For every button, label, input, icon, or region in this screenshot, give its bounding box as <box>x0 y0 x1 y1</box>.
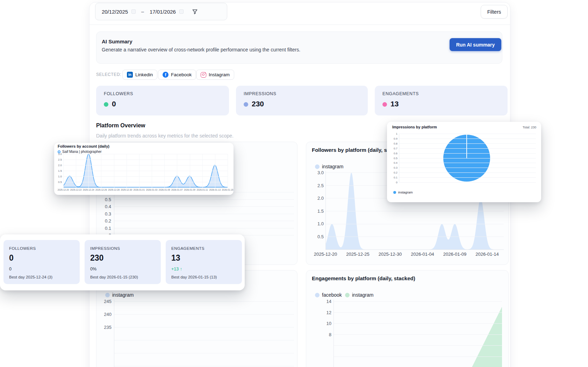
gridline <box>127 154 127 188</box>
gridline <box>114 314 294 315</box>
kpi-label: FOLLOWERS <box>104 91 133 96</box>
summary-card-value: 0 <box>9 253 14 263</box>
tick-label: 1.0 <box>308 221 324 226</box>
gridline <box>63 165 228 165</box>
tick-label: 3.0 <box>308 170 324 175</box>
gridline <box>399 172 536 173</box>
summary-card-delta: +13 ↑ <box>171 267 182 271</box>
tick-label: 0.6 <box>388 151 397 155</box>
gridline <box>325 224 504 224</box>
gridline <box>399 148 536 149</box>
summary-card-delta: 0% <box>90 267 96 271</box>
gridline <box>114 366 294 366</box>
tick-label: 2025-12-25 <box>346 252 370 257</box>
gridline <box>228 154 228 188</box>
tick-label: 2026-01-07 <box>171 189 183 191</box>
legend-label: instagram <box>398 190 413 194</box>
tick-label: 2.0 <box>55 164 62 167</box>
gridline <box>76 154 76 188</box>
linkedin-icon: in <box>127 72 133 78</box>
gridline <box>114 214 294 214</box>
gridline <box>399 177 536 178</box>
date-from-value[interactable]: 20/12/2025 <box>102 9 128 15</box>
gridline <box>114 340 294 340</box>
gridline <box>63 154 64 188</box>
summary-popup: FOLLOWERS 0 0 Best day 2025-12-24 (3) IM… <box>0 234 245 290</box>
popup-chart-title: Followers by account (daily) <box>58 144 109 148</box>
network-chip-label: Facebook <box>171 72 192 77</box>
network-chip-linkedin[interactable]: in Linkedin <box>122 70 157 80</box>
legend-item-instagram: instagram <box>315 164 343 169</box>
tick-label: 2025-12-26 <box>95 189 107 191</box>
tick-label: 0.3 <box>388 166 397 169</box>
topbar-divider <box>89 24 510 25</box>
gridline <box>399 139 536 139</box>
kpi-value: 230 <box>252 100 264 108</box>
gridline <box>399 153 536 154</box>
tick-label: 0 <box>388 181 397 184</box>
kpi-card-impressions: IMPRESSIONS 230 <box>236 86 368 115</box>
gridline <box>325 249 504 250</box>
date-range-control[interactable]: 20/12/2025 – 17/01/2026 <box>95 3 227 20</box>
network-chip-label: Linkedin <box>135 72 153 77</box>
impressions-dot-icon <box>244 102 248 107</box>
engagements-dot-icon <box>382 102 387 107</box>
network-chip-facebook[interactable]: f Facebook <box>158 70 196 80</box>
gridline <box>399 158 536 158</box>
ai-summary-title: AI Summary <box>102 38 132 44</box>
summary-card-best-day: Best day 2026-01-15 (230) <box>90 275 138 279</box>
tick-label: 245 <box>98 299 112 304</box>
gridline <box>114 199 294 200</box>
calendar-icon[interactable] <box>131 9 136 14</box>
tick-label: 2026-01-14 <box>475 252 499 257</box>
tick-label: 8 <box>317 332 331 337</box>
tick-label: 2026-01-04 <box>411 252 434 257</box>
gridline <box>399 134 399 182</box>
tick-label: 2025-12-30 <box>121 189 132 191</box>
tick-label: 3.0 <box>55 153 62 156</box>
tick-label: 14 <box>317 299 331 304</box>
instagram-icon <box>201 72 206 78</box>
network-chip-instagram[interactable]: Instagram <box>196 70 234 80</box>
gridline <box>177 154 177 188</box>
legend-item-instagram: instagram <box>393 190 413 194</box>
kpi-label: ENGAGEMENTS <box>382 91 419 96</box>
legend-dot-icon <box>105 293 110 297</box>
ai-summary-description: Generate a narrative overview of cross-n… <box>102 47 300 52</box>
gridline <box>334 345 502 346</box>
summary-card-engagements: ENGAGEMENTS 13 +13 ↑ Best day 2026-01-15… <box>166 240 242 284</box>
gridline <box>114 221 294 221</box>
date-range-separator: – <box>139 9 146 14</box>
gridline <box>114 301 294 302</box>
tick-label: 0.4 <box>388 161 397 164</box>
gridline <box>63 182 228 182</box>
gridline <box>152 154 152 188</box>
gridline <box>114 154 114 188</box>
tick-label: 2025-12-28 <box>108 189 120 191</box>
funnel-icon[interactable] <box>192 9 198 15</box>
tick-label: 2025-12-22 <box>70 189 82 191</box>
gridline <box>114 192 114 235</box>
legend-label: instagram <box>322 164 343 169</box>
tick-label: 2026-01-05 <box>159 189 170 191</box>
gridline <box>334 301 502 302</box>
tick-label: 0.5 <box>97 197 111 202</box>
kpi-card-followers: FOLLOWERS 0 <box>96 86 229 115</box>
summary-card-label: ENGAGEMENTS <box>171 246 205 250</box>
legend-dot-icon <box>393 191 396 194</box>
gridline <box>114 206 294 207</box>
gridline <box>63 176 228 177</box>
run-ai-summary-button[interactable]: Run AI summary <box>450 38 501 51</box>
tick-label: 1.0 <box>55 175 62 178</box>
tick-label: 0.9 <box>388 137 397 140</box>
tick-label: 0.4 <box>97 204 111 209</box>
summary-card-followers: FOLLOWERS 0 0 Best day 2025-12-24 (3) <box>3 240 80 284</box>
date-to-value[interactable]: 17/01/2026 <box>150 9 176 15</box>
facebook-icon: f <box>163 72 168 78</box>
gridline <box>88 154 89 188</box>
gridline <box>399 182 536 183</box>
gridline <box>114 228 294 228</box>
calendar-icon[interactable] <box>179 9 184 14</box>
filters-button[interactable]: Filters <box>481 5 508 19</box>
summary-card-value: 13 <box>171 253 180 263</box>
